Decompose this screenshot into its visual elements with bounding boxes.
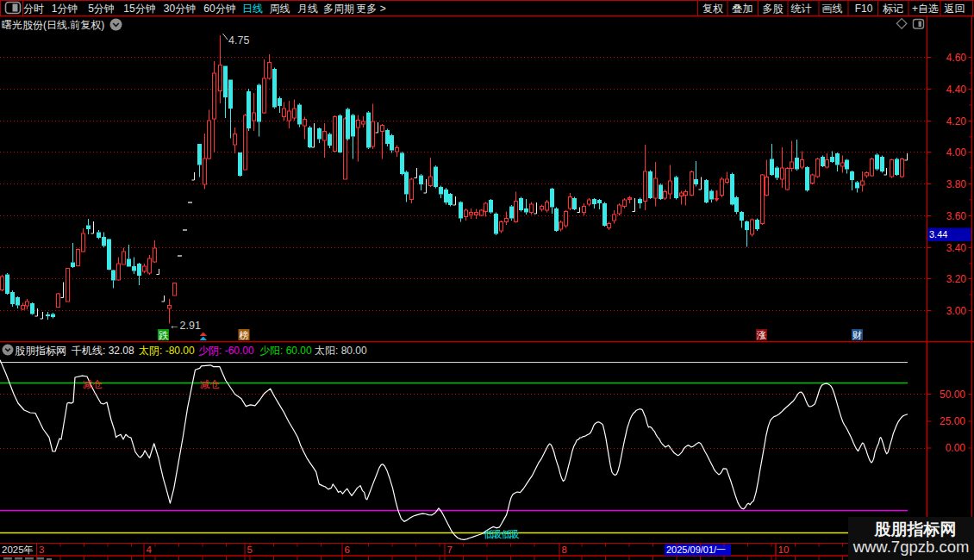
svg-text:+自选: +自选 xyxy=(912,3,939,15)
svg-text:低吸低吸: 低吸低吸 xyxy=(484,529,520,539)
svg-text:股朋指标网: 股朋指标网 xyxy=(15,345,66,357)
svg-text:多股: 多股 xyxy=(763,3,784,15)
svg-text:太阴: -80.00: 太阴: -80.00 xyxy=(139,345,195,357)
svg-text:画线: 画线 xyxy=(822,3,843,15)
svg-text:少阴: -60.00: 少阴: -60.00 xyxy=(198,345,254,357)
svg-text:25.00: 25.00 xyxy=(940,415,965,427)
svg-text:4: 4 xyxy=(147,544,153,555)
svg-text:叠加: 叠加 xyxy=(733,3,753,15)
svg-text:5分钟: 5分钟 xyxy=(88,3,115,15)
svg-text:复权: 复权 xyxy=(702,3,723,15)
svg-text:涨: 涨 xyxy=(757,330,766,340)
svg-text:7: 7 xyxy=(447,544,453,555)
svg-text:榜: 榜 xyxy=(240,330,249,340)
svg-text:千机线: 32.08: 千机线: 32.08 xyxy=(72,345,134,357)
svg-text:标记: 标记 xyxy=(883,3,903,15)
svg-text:8: 8 xyxy=(562,544,567,555)
svg-text:1分钟: 1分钟 xyxy=(52,3,78,15)
svg-text:更多 >: 更多 > xyxy=(356,3,385,15)
svg-text:多周期: 多周期 xyxy=(323,3,354,15)
svg-text:月线: 月线 xyxy=(297,3,318,15)
svg-text:跌: 跌 xyxy=(159,330,169,340)
svg-text:4.20: 4.20 xyxy=(946,115,967,128)
svg-text:4.00: 4.00 xyxy=(946,146,967,159)
svg-text:减仓: 减仓 xyxy=(83,379,103,389)
svg-text:www.7gpzb.com: www.7gpzb.com xyxy=(852,538,970,556)
svg-text:日线: 日线 xyxy=(242,3,263,15)
svg-text:3.20: 3.20 xyxy=(946,273,967,285)
svg-text:减仓: 减仓 xyxy=(200,379,220,389)
svg-text:财: 财 xyxy=(852,330,862,340)
svg-text:4.60: 4.60 xyxy=(946,52,967,64)
svg-text:4.40: 4.40 xyxy=(946,84,967,96)
svg-text:太阳: 80.00: 太阳: 80.00 xyxy=(315,345,367,357)
svg-text:3.44: 3.44 xyxy=(929,229,947,240)
svg-text:6: 6 xyxy=(345,544,350,555)
svg-text:3.60: 3.60 xyxy=(946,210,967,222)
svg-text:3.80: 3.80 xyxy=(946,178,967,190)
svg-text:F10: F10 xyxy=(855,3,873,15)
svg-text:3.40: 3.40 xyxy=(946,242,967,254)
svg-text:50.00: 50.00 xyxy=(940,389,965,401)
svg-text:0.00: 0.00 xyxy=(946,442,966,454)
svg-text:30分钟: 30分钟 xyxy=(164,3,196,15)
svg-text:3: 3 xyxy=(39,544,44,555)
svg-text:统计: 统计 xyxy=(791,3,812,15)
svg-text:3.00: 3.00 xyxy=(946,305,967,317)
svg-text:10: 10 xyxy=(778,544,790,555)
svg-text:少阳: 60.00: 少阳: 60.00 xyxy=(259,345,312,357)
svg-text:周线: 周线 xyxy=(270,3,290,15)
svg-text:分时: 分时 xyxy=(23,3,44,15)
svg-text:2025年: 2025年 xyxy=(2,544,34,555)
svg-text:股朋指标网: 股朋指标网 xyxy=(874,520,957,538)
svg-text:曙光股份(日线.前复权): 曙光股份(日线.前复权) xyxy=(2,19,104,31)
svg-text:返回: 返回 xyxy=(945,3,965,15)
svg-text:4.75: 4.75 xyxy=(228,34,249,47)
svg-text:2025/09/01/一: 2025/09/01/一 xyxy=(666,544,726,555)
svg-text:←2.91: ←2.91 xyxy=(169,320,201,332)
svg-text:15分钟: 15分钟 xyxy=(123,3,155,15)
svg-text:60分钟: 60分钟 xyxy=(203,3,235,15)
